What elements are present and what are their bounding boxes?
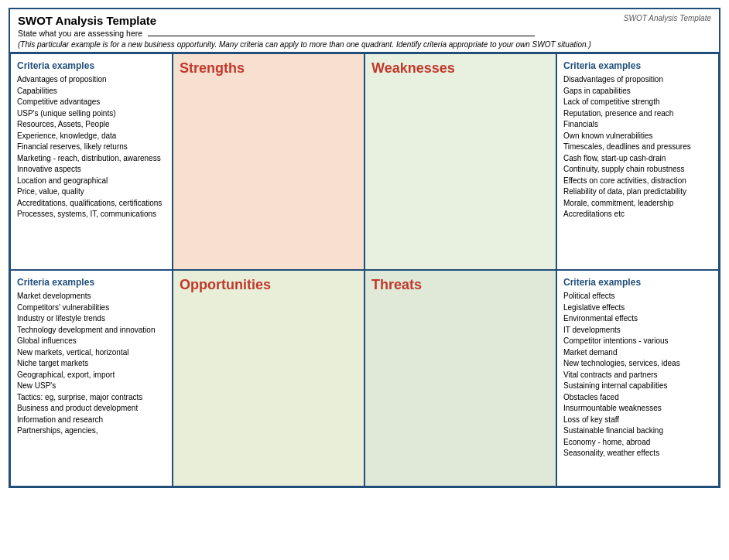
list-item: Seasonality, weather effects: [563, 448, 712, 459]
list-item: Own known vulnerabilities: [563, 131, 712, 142]
list-item: Insurmountable weaknesses: [563, 403, 712, 415]
criteria-weaknesses-cell: Criteria examples Disadvantages of propo…: [556, 53, 719, 270]
weaknesses-title: Weaknesses: [371, 60, 549, 77]
list-item: Competitors' vulnerabilities: [17, 302, 166, 314]
list-item: Financial reserves, likely returns: [17, 142, 166, 153]
swot-grid: Criteria examples Advantages of proposit…: [10, 53, 719, 487]
list-item: Morale, commitment, leadership: [563, 198, 712, 210]
list-item: New USP's: [17, 381, 166, 392]
list-item: Sustainable financial backing: [563, 425, 712, 437]
header-note: (This particular example is for a new bu…: [18, 40, 711, 49]
list-item: Innovative aspects: [17, 164, 166, 176]
list-item: Environmental effects: [563, 313, 712, 325]
list-item: Partnerships, agencies,: [17, 425, 166, 437]
watermark: SWOT Analysis Template: [624, 14, 711, 22]
list-item: Marketing - reach, distribution, awarene…: [17, 153, 166, 165]
list-item: Legislative effects: [563, 302, 712, 314]
list-item: Obstacles faced: [563, 392, 712, 404]
list-item: Market demand: [563, 347, 712, 359]
list-item: Political effects: [563, 291, 712, 302]
criteria-opportunities-list: Market developmentsCompetitors' vulnerab…: [17, 291, 166, 437]
list-item: Loss of key staff: [563, 415, 712, 426]
strengths-cell: Strengths: [173, 53, 364, 270]
list-item: Price, value, quality: [17, 186, 166, 198]
criteria-sw-list: Advantages of propositionCapabilitiesCom…: [17, 74, 166, 220]
criteria-sw-cell: Criteria examples Advantages of proposit…: [10, 53, 173, 270]
list-item: Disadvantages of proposition: [563, 74, 712, 86]
list-item: Processes, systems, IT, communications: [17, 209, 166, 220]
criteria-weaknesses-title: Criteria examples: [563, 60, 712, 71]
list-item: Geographical, export, import: [17, 370, 166, 381]
list-item: Location and geographical: [17, 176, 166, 187]
list-item: Gaps in capabilities: [563, 86, 712, 97]
opportunities-title: Opportunities: [180, 277, 358, 293]
list-item: Market developments: [17, 291, 166, 302]
list-item: Global influences: [17, 336, 166, 347]
list-item: Timescales, deadlines and pressures: [563, 142, 712, 153]
list-item: Reliability of data, plan predictability: [563, 186, 712, 198]
weaknesses-cell: Weaknesses: [364, 53, 556, 270]
list-item: Cash flow, start-up cash-drain: [563, 153, 712, 165]
list-item: New markets, vertical, horizontal: [17, 347, 166, 359]
list-item: USP's (unique selling points): [17, 108, 166, 120]
criteria-sw-title: Criteria examples: [17, 60, 166, 71]
list-item: Competitive advantages: [17, 97, 166, 108]
list-item: Capabilities: [17, 86, 166, 97]
subtitle: State what you are assessing here: [18, 29, 711, 38]
list-item: Competitor intentions - various: [563, 336, 712, 347]
criteria-threats-title: Criteria examples: [563, 277, 712, 288]
strengths-title: Strengths: [180, 60, 358, 77]
list-item: Accreditations etc: [563, 209, 712, 220]
list-item: Advantages of proposition: [17, 74, 166, 86]
criteria-threats-cell: Criteria examples Political effectsLegis…: [556, 270, 719, 487]
threats-cell: Threats: [364, 270, 556, 487]
criteria-opportunities-title: Criteria examples: [17, 277, 166, 288]
list-item: Economy - home, abroad: [563, 437, 712, 449]
list-item: IT developments: [563, 325, 712, 336]
list-item: Experience, knowledge, data: [17, 131, 166, 142]
header: SWOT Analysis Template SWOT Analysis Tem…: [10, 9, 719, 53]
list-item: New technologies, services, ideas: [563, 358, 712, 370]
list-item: Industry or lifestyle trends: [17, 313, 166, 325]
list-item: Reputation, presence and reach: [563, 108, 712, 120]
criteria-threats-list: Political effectsLegislative effectsEnvi…: [563, 291, 712, 459]
list-item: Sustaining internal capabilities: [563, 381, 712, 392]
list-item: Technology development and innovation: [17, 325, 166, 336]
list-item: Niche target markets: [17, 358, 166, 370]
list-item: Lack of competitive strength: [563, 97, 712, 108]
list-item: Financials: [563, 119, 712, 131]
page-title: SWOT Analysis Template: [18, 14, 711, 27]
list-item: Tactics: eg, surprise, major contracts: [17, 392, 166, 404]
list-item: Information and research: [17, 415, 166, 426]
list-item: Vital contracts and partners: [563, 370, 712, 381]
opportunities-cell: Opportunities: [173, 270, 364, 487]
threats-title: Threats: [371, 277, 549, 293]
list-item: Accreditations, qualifications, certific…: [17, 198, 166, 210]
criteria-weaknesses-list: Disadvantages of propositionGaps in capa…: [563, 74, 712, 220]
swot-page: SWOT Analysis Template SWOT Analysis Tem…: [9, 8, 720, 488]
list-item: Business and product development: [17, 403, 166, 415]
criteria-opportunities-cell: Criteria examples Market developmentsCom…: [10, 270, 173, 487]
list-item: Resources, Assets, People: [17, 119, 166, 131]
list-item: Continuity, supply chain robustness: [563, 164, 712, 176]
list-item: Effects on core activities, distraction: [563, 176, 712, 187]
